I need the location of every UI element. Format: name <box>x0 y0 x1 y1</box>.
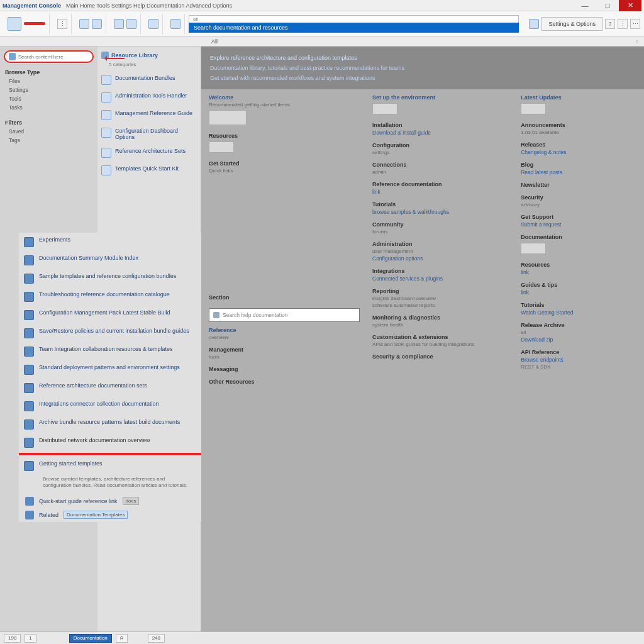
resource-item[interactable]: Configuration Dashboard Options <box>97 124 201 144</box>
help-search-box[interactable]: Search help documentation <box>209 308 360 322</box>
col2-install: Installation <box>372 122 508 128</box>
list-item[interactable]: Documentation Summary Module Index <box>19 251 201 269</box>
section-welcome: Welcome <box>209 94 360 101</box>
sub: schedule automated reports <box>372 303 508 308</box>
section-sub: overview <box>209 335 360 340</box>
link[interactable]: Download zip <box>521 336 636 343</box>
tag-badge: docs <box>123 497 140 505</box>
version-label: 1.03.01 available <box>521 130 636 135</box>
doc-title: Main Home Tools Settings Help Documentat… <box>61 3 574 9</box>
tool-icon <box>101 92 111 103</box>
col2-conn: Connections <box>372 162 508 168</box>
sub: admin <box>372 169 508 175</box>
thumbnail[interactable] <box>521 243 546 254</box>
list-item[interactable]: Distributed network documentation overvi… <box>19 433 201 452</box>
list-header: Experiments <box>19 233 201 251</box>
list-item-after[interactable]: Getting started templates <box>19 457 201 475</box>
thumbnail[interactable] <box>209 142 234 153</box>
doc-icon <box>24 401 34 411</box>
nav-item[interactable]: Files <box>0 77 97 86</box>
nav-item[interactable]: Tasks <box>0 103 97 112</box>
ribbon-search[interactable]: all Search documentation and resources <box>189 15 519 33</box>
tab-close-icon[interactable]: ○ <box>636 38 639 45</box>
status-count: 248 <box>148 634 165 643</box>
resource-item[interactable]: Administration Tools Handler <box>97 89 201 106</box>
book-icon <box>101 110 111 120</box>
nav-item[interactable]: Tags <box>0 136 97 145</box>
link[interactable]: Changelog & notes <box>521 149 636 155</box>
link[interactable]: Watch Getting Started <box>521 309 636 316</box>
link[interactable]: Configuration options <box>372 255 508 262</box>
status-mode[interactable]: Documentation <box>69 634 112 643</box>
list-item[interactable]: Integrations connector collection docume… <box>19 397 201 415</box>
maximize-button[interactable]: □ <box>596 0 619 11</box>
list-item[interactable]: Sample templates and reference configura… <box>19 269 201 287</box>
status-seg: 1 <box>25 634 36 643</box>
footer-link-row[interactable]: Quick-start guide reference link docs <box>19 494 201 508</box>
link[interactable]: Read latest posts <box>521 169 636 175</box>
link[interactable]: Submit a request <box>521 221 636 228</box>
col3-arch: Release Archive <box>521 322 636 328</box>
list-item[interactable]: Standard deployment patterns and environ… <box>19 360 201 379</box>
thumbnail[interactable] <box>521 103 546 114</box>
link[interactable]: link <box>521 289 636 296</box>
annotation-arrow-icon <box>106 58 125 59</box>
overflow-button[interactable]: ⋯ <box>630 19 640 29</box>
link[interactable]: link <box>521 269 636 275</box>
sub: settings <box>372 150 508 155</box>
col3-api: API Reference <box>521 349 636 355</box>
section-sub: Recommended getting-started items <box>209 102 360 108</box>
view-2-icon[interactable] <box>126 19 136 29</box>
close-button[interactable]: ✕ <box>619 0 641 11</box>
resource-panel-sub: 5 categories <box>97 60 201 71</box>
col2-mon: Monitoring & diagnostics <box>372 314 508 321</box>
link[interactable]: Download & install guide <box>372 130 508 136</box>
link-icon <box>25 497 34 506</box>
page-counter[interactable]: 190 <box>4 634 21 643</box>
col3-guides: Guides & tips <box>521 282 636 288</box>
link[interactable]: Connected services & plugins <box>372 275 508 282</box>
resource-item[interactable]: Documentation Bundles <box>97 71 201 89</box>
nav-item[interactable]: Settings <box>0 86 97 94</box>
home-icon[interactable] <box>8 17 21 31</box>
sidebar-search-input[interactable] <box>18 54 89 60</box>
link[interactable]: Browse endpoints <box>521 357 636 363</box>
col3-ann: Announcements <box>521 122 636 128</box>
related-box[interactable]: Documentation Templates <box>64 511 128 519</box>
user-icon[interactable] <box>529 19 539 29</box>
link[interactable]: browse samples & walkthroughs <box>372 209 508 215</box>
list-item[interactable]: Reference architecture documentation set… <box>19 379 201 397</box>
thumbnail[interactable] <box>209 110 247 125</box>
layout-1-icon[interactable] <box>79 19 89 29</box>
search-placeholder: Search help documentation <box>223 312 288 318</box>
settings-button[interactable]: Settings & Options <box>541 17 602 31</box>
help-button[interactable]: ? <box>605 19 615 29</box>
banner-line: Documentation library, tutorials and bes… <box>210 63 635 73</box>
nav-item[interactable]: Saved <box>0 127 97 136</box>
nav-item[interactable]: Tools <box>0 94 97 103</box>
resource-item[interactable]: Templates Quick Start Kit <box>97 162 201 179</box>
list-item[interactable]: Archive bundle resource patterns latest … <box>19 415 201 433</box>
link[interactable]: link <box>372 189 508 195</box>
more-button[interactable]: ⋮ <box>618 19 628 29</box>
resource-item[interactable]: Reference Architecture Sets <box>97 144 201 162</box>
list-item[interactable]: Team Integration collaboration resources… <box>19 342 201 360</box>
col3-updates: Latest Updates <box>521 94 636 101</box>
sub: all <box>521 330 636 335</box>
list-item[interactable]: Troubleshooting reference documentation … <box>19 287 201 306</box>
list-item[interactable]: Configuration Management Pack Latest Sta… <box>19 306 201 324</box>
section-getstarted: Get Started <box>209 160 360 167</box>
thumbnail[interactable] <box>372 103 397 114</box>
search-selected-label[interactable]: Search documentation and resources <box>189 23 519 33</box>
list-item[interactable]: Save/Restore policies and current instal… <box>19 324 201 342</box>
footer-related-row: Related Documentation Templates <box>19 508 201 522</box>
list-icon[interactable] <box>148 19 158 29</box>
sidebar-search-annotated[interactable] <box>4 50 94 63</box>
grid-icon[interactable] <box>170 19 180 29</box>
layout-2-icon[interactable] <box>92 19 102 29</box>
toolbar-button[interactable]: ⋮ <box>57 19 67 29</box>
tab-all[interactable]: All <box>211 38 218 45</box>
view-1-icon[interactable] <box>114 19 124 29</box>
minimize-button[interactable]: — <box>574 0 596 11</box>
resource-item[interactable]: Management Reference Guide <box>97 106 201 124</box>
